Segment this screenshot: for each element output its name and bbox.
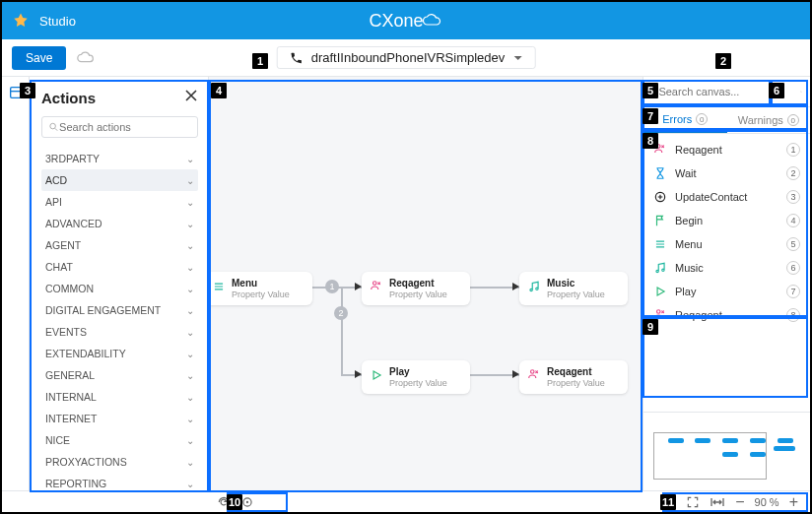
svg-point-9 bbox=[246, 500, 248, 502]
canvas-node-menu[interactable]: MenuProperty Value bbox=[209, 272, 312, 305]
app-header: Studio CXone bbox=[2, 2, 810, 39]
category-api[interactable]: API⌄ bbox=[41, 191, 198, 213]
phone-icon bbox=[290, 51, 304, 65]
cloud-sync-icon[interactable] bbox=[76, 50, 96, 66]
category-common[interactable]: COMMON⌄ bbox=[41, 278, 198, 299]
category-digital-engagement[interactable]: DIGITAL ENGAGEMENT⌄ bbox=[41, 299, 198, 321]
node-list-item[interactable]: Reqagent1 bbox=[643, 138, 810, 161]
minimap[interactable] bbox=[643, 412, 810, 490]
validation-tabs: Errors0Warnings0 bbox=[643, 107, 810, 134]
callout-10: 10 bbox=[227, 494, 242, 510]
node-list-item[interactable]: Menu5 bbox=[643, 232, 810, 256]
category-agent[interactable]: AGENT⌄ bbox=[41, 234, 198, 256]
fullscreen-icon[interactable] bbox=[686, 495, 700, 509]
callout-7: 7 bbox=[643, 108, 658, 124]
callout-9: 9 bbox=[643, 319, 658, 335]
app-name: Studio bbox=[39, 14, 76, 29]
callout-5: 5 bbox=[643, 83, 658, 98]
node-list: Reqagent1Wait2UpdateContact3Begin4Menu5M… bbox=[643, 134, 810, 412]
target-icon[interactable] bbox=[240, 495, 254, 509]
chevron-down-icon: ⌄ bbox=[186, 435, 194, 446]
node-list-item[interactable]: Begin4 bbox=[643, 209, 810, 232]
canvas[interactable]: 1 2 MenuProperty ValueReqagentProperty V… bbox=[209, 77, 643, 490]
svg-point-1 bbox=[50, 123, 56, 129]
node-list-item[interactable]: UpdateContact3 bbox=[643, 185, 810, 209]
chevron-down-icon: ⌄ bbox=[186, 349, 194, 359]
callout-2: 2 bbox=[715, 53, 731, 69]
category-general[interactable]: GENERAL⌄ bbox=[41, 364, 198, 386]
svg-point-2 bbox=[373, 282, 377, 286]
category-3rdparty[interactable]: 3RDPARTY⌄ bbox=[41, 148, 198, 169]
chevron-down-icon: ⌄ bbox=[186, 392, 194, 403]
canvas-node-reqagent1[interactable]: ReqagentProperty Value bbox=[362, 272, 470, 305]
callout-6: 6 bbox=[769, 83, 784, 98]
category-list: 3RDPARTY⌄ACD⌄API⌄ADVANCED⌄AGENT⌄CHAT⌄COM… bbox=[41, 148, 198, 490]
canvas-node-reqagent2[interactable]: ReqagentProperty Value bbox=[519, 360, 628, 394]
close-icon[interactable] bbox=[184, 89, 198, 106]
chevron-down-icon: ⌄ bbox=[186, 457, 194, 468]
chevron-down-icon: ⌄ bbox=[186, 327, 194, 338]
node-list-item[interactable]: Wait2 bbox=[643, 161, 810, 185]
category-reporting[interactable]: REPORTING⌄ bbox=[41, 473, 198, 490]
cloud-icon bbox=[422, 14, 443, 28]
callout-8: 8 bbox=[643, 133, 658, 149]
chevron-down-icon: ⌄ bbox=[186, 154, 194, 164]
brand-cx: CX bbox=[369, 11, 393, 32]
node-list-item[interactable]: Music6 bbox=[643, 256, 810, 280]
save-button[interactable]: Save bbox=[12, 46, 66, 70]
chevron-down-icon: ⌄ bbox=[186, 305, 194, 316]
actions-panel: Actions 3RDPARTY⌄ACD⌄API⌄ADVANCED⌄AGENT⌄… bbox=[30, 77, 209, 490]
app-logo-icon bbox=[12, 12, 30, 30]
category-acd[interactable]: ACD⌄ bbox=[41, 169, 198, 191]
footer: − 90 % + bbox=[2, 490, 810, 512]
fit-width-icon[interactable] bbox=[710, 495, 725, 509]
callout-4: 4 bbox=[211, 83, 227, 98]
callout-3: 3 bbox=[20, 83, 35, 98]
node-list-item[interactable]: Play7 bbox=[643, 280, 810, 303]
chevron-down-icon: ⌄ bbox=[186, 370, 194, 381]
canvas-node-play[interactable]: PlayProperty Value bbox=[362, 360, 470, 394]
brand-one: one bbox=[393, 11, 423, 32]
category-internet[interactable]: INTERNET⌄ bbox=[41, 408, 198, 429]
svg-point-3 bbox=[531, 370, 535, 374]
category-internal[interactable]: INTERNAL⌄ bbox=[41, 386, 198, 408]
right-panel: Errors0Warnings0 Reqagent1Wait2UpdateCon… bbox=[643, 77, 810, 490]
category-nice[interactable]: NICE⌄ bbox=[41, 429, 198, 451]
search-icon bbox=[48, 121, 59, 133]
category-chat[interactable]: CHAT⌄ bbox=[41, 256, 198, 278]
actions-search[interactable] bbox=[41, 116, 198, 138]
brand-logo: CXone bbox=[369, 11, 442, 32]
category-events[interactable]: EVENTS⌄ bbox=[41, 321, 198, 343]
tab-warnings[interactable]: Warnings0 bbox=[727, 107, 811, 133]
chevron-down-icon bbox=[512, 53, 522, 63]
sort-icon[interactable] bbox=[800, 85, 802, 98]
toolbar: draftIInboundPhoneIVRSimpledev Save bbox=[2, 39, 810, 77]
chevron-down-icon: ⌄ bbox=[186, 262, 194, 273]
zoom-level: 90 % bbox=[755, 496, 779, 508]
chevron-down-icon: ⌄ bbox=[186, 284, 194, 294]
actions-search-input[interactable] bbox=[59, 121, 191, 133]
chevron-down-icon: ⌄ bbox=[186, 197, 194, 208]
chevron-down-icon: ⌄ bbox=[186, 414, 194, 424]
callout-1: 1 bbox=[252, 53, 268, 69]
category-proxyactions[interactable]: PROXYACTIONS⌄ bbox=[41, 451, 198, 473]
chevron-down-icon: ⌄ bbox=[186, 240, 194, 251]
canvas-node-music[interactable]: MusicProperty Value bbox=[519, 272, 628, 305]
actions-title: Actions bbox=[41, 90, 96, 106]
file-title: draftIInboundPhoneIVRSimpledev bbox=[311, 50, 506, 65]
left-rail bbox=[2, 77, 30, 490]
chevron-down-icon: ⌄ bbox=[186, 175, 194, 186]
zoom-in-button[interactable]: + bbox=[789, 493, 798, 511]
category-advanced[interactable]: ADVANCED⌄ bbox=[41, 213, 198, 234]
node-list-item[interactable]: Reqagent8 bbox=[643, 303, 810, 327]
zoom-out-button[interactable]: − bbox=[735, 493, 744, 511]
category-extendability[interactable]: EXTENDABILITY⌄ bbox=[41, 343, 198, 364]
file-title-dropdown[interactable]: draftIInboundPhoneIVRSimpledev bbox=[277, 46, 536, 69]
callout-11: 11 bbox=[660, 494, 676, 510]
svg-point-7 bbox=[657, 310, 661, 314]
chevron-down-icon: ⌄ bbox=[186, 219, 194, 229]
chevron-down-icon: ⌄ bbox=[186, 479, 194, 489]
